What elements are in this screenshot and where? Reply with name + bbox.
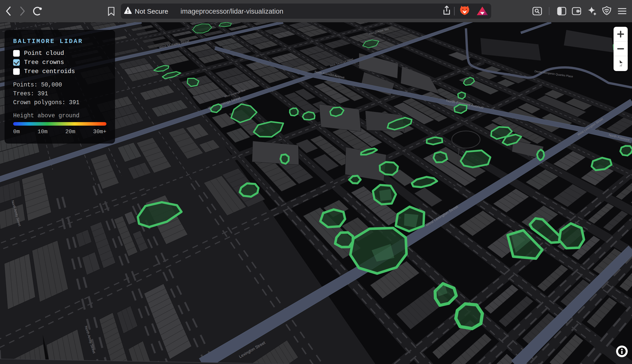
svg-text:imageprocessor/lidar-visualiza: imageprocessor/lidar-visualization bbox=[180, 8, 283, 15]
svg-text:Not Secure: Not Secure bbox=[135, 8, 168, 15]
